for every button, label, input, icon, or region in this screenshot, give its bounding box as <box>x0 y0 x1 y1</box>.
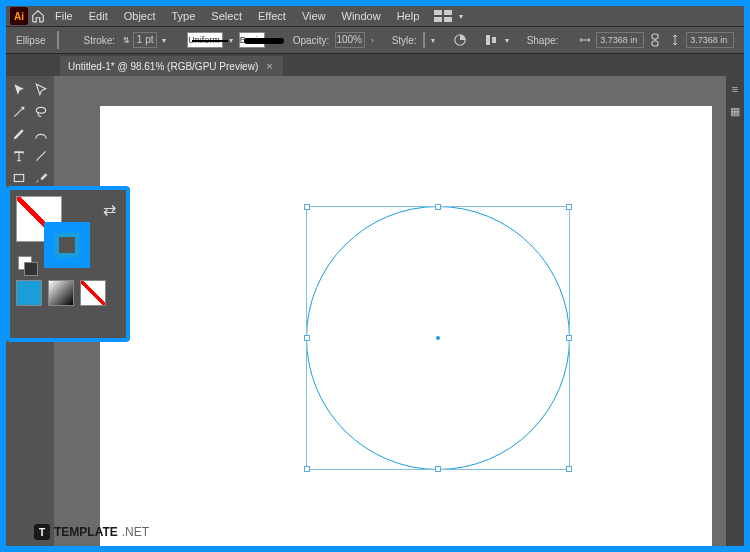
svg-rect-3 <box>444 17 452 22</box>
gradient-mode-swatch[interactable] <box>48 280 74 306</box>
style-label: Style: <box>392 35 417 46</box>
document-tab-title: Untitled-1* @ 98.61% (RGB/GPU Preview) <box>68 61 258 72</box>
arrange-documents-icon[interactable] <box>432 8 454 24</box>
align-icon[interactable] <box>485 31 499 49</box>
resize-handle[interactable] <box>566 466 572 472</box>
link-dimensions-icon[interactable] <box>650 31 660 49</box>
arrange-dropdown-icon[interactable]: ▾ <box>456 8 466 24</box>
color-mode-swatch[interactable] <box>16 280 42 306</box>
resize-handle[interactable] <box>304 466 310 472</box>
curvature-tool-icon[interactable] <box>31 124 51 144</box>
menu-object[interactable]: Object <box>117 7 163 25</box>
stroke-weight-field[interactable]: 1 pt <box>133 32 157 48</box>
menu-bar: Ai File Edit Object Type Select Effect V… <box>6 6 744 26</box>
style-dropdown-icon[interactable]: ▾ <box>431 32 435 48</box>
svg-rect-2 <box>434 17 442 22</box>
selection-tool-icon[interactable] <box>9 80 29 100</box>
swap-fill-stroke-icon[interactable]: ⇄ <box>103 200 116 219</box>
recolor-icon[interactable] <box>453 31 467 49</box>
watermark-suffix: .NET <box>122 525 149 539</box>
type-tool-icon[interactable] <box>9 146 29 166</box>
menu-help[interactable]: Help <box>390 7 427 25</box>
rectangle-tool-icon[interactable] <box>9 168 29 188</box>
svg-point-10 <box>36 107 45 113</box>
menu-edit[interactable]: Edit <box>82 7 115 25</box>
width-field[interactable]: 3.7368 in <box>596 32 644 48</box>
close-tab-icon[interactable]: × <box>264 60 274 72</box>
shape-button-label[interactable]: Shape: <box>527 35 559 46</box>
watermark-brand: TEMPLATE <box>54 525 118 539</box>
resize-handle[interactable] <box>304 204 310 210</box>
watermark: T TEMPLATE.NET <box>34 524 149 540</box>
default-fill-stroke-icon[interactable] <box>24 262 38 276</box>
height-field[interactable]: 3.7368 in <box>686 32 734 48</box>
svg-rect-7 <box>652 34 658 39</box>
height-icon <box>666 31 684 49</box>
panel-icon[interactable]: ▦ <box>726 102 744 120</box>
selected-shape-label: Ellipse <box>16 35 45 46</box>
brush-definition[interactable]: Basic <box>239 32 265 48</box>
canvas-area[interactable] <box>54 76 726 546</box>
graphic-style-swatch[interactable] <box>423 32 425 48</box>
magic-wand-tool-icon[interactable] <box>9 102 29 122</box>
paintbrush-tool-icon[interactable] <box>31 168 51 188</box>
svg-rect-1 <box>444 10 452 15</box>
menu-view[interactable]: View <box>295 7 333 25</box>
document-tab[interactable]: Untitled-1* @ 98.61% (RGB/GPU Preview) × <box>60 56 283 76</box>
artboard <box>100 106 712 546</box>
stroke-weight-label: Stroke: <box>83 35 115 46</box>
svg-rect-6 <box>492 37 496 43</box>
variable-width-profile[interactable]: Uniform <box>187 32 223 48</box>
document-tab-bar: Untitled-1* @ 98.61% (RGB/GPU Preview) × <box>6 54 744 76</box>
svg-line-11 <box>36 151 45 160</box>
menu-file[interactable]: File <box>48 7 80 25</box>
svg-rect-12 <box>14 175 23 182</box>
resize-handle[interactable] <box>566 335 572 341</box>
lasso-tool-icon[interactable] <box>31 102 51 122</box>
align-dropdown-icon[interactable]: ▾ <box>505 32 509 48</box>
none-mode-swatch[interactable] <box>80 280 106 306</box>
resize-handle[interactable] <box>304 335 310 341</box>
svg-rect-8 <box>652 41 658 46</box>
menu-type[interactable]: Type <box>165 7 203 25</box>
stroke-dropdown-icon[interactable]: ▾ <box>159 32 169 48</box>
menu-effect[interactable]: Effect <box>251 7 293 25</box>
app-logo: Ai <box>10 7 28 25</box>
width-icon <box>576 31 594 49</box>
home-icon[interactable] <box>30 8 46 24</box>
opacity-field[interactable]: 100% <box>335 32 365 48</box>
fill-swatch[interactable] <box>57 31 59 49</box>
fill-stroke-callout: ⇄ <box>6 186 130 342</box>
resize-handle[interactable] <box>566 204 572 210</box>
opacity-label: Opacity: <box>293 35 330 46</box>
stroke-swatch-large[interactable] <box>44 222 90 268</box>
opacity-dropdown-icon[interactable]: › <box>371 32 374 48</box>
svg-rect-0 <box>434 10 442 15</box>
control-bar: Ellipse Stroke: ⇅ 1 pt ▾ Uniform ▾ Basic… <box>6 26 744 54</box>
line-segment-tool-icon[interactable] <box>31 146 51 166</box>
bounding-box <box>306 206 570 470</box>
panel-icon[interactable]: ≡ <box>726 80 744 98</box>
svg-rect-5 <box>486 35 490 45</box>
menu-window[interactable]: Window <box>335 7 388 25</box>
pen-tool-icon[interactable] <box>9 124 29 144</box>
direct-selection-tool-icon[interactable] <box>31 80 51 100</box>
stroke-stepper-icon[interactable]: ⇅ <box>121 32 131 48</box>
profile-dropdown-icon[interactable]: ▾ <box>229 32 233 48</box>
resize-handle[interactable] <box>435 466 441 472</box>
menu-select[interactable]: Select <box>204 7 249 25</box>
panel-dock: ≡ ▦ <box>726 76 744 546</box>
watermark-badge-icon: T <box>34 524 50 540</box>
resize-handle[interactable] <box>435 204 441 210</box>
